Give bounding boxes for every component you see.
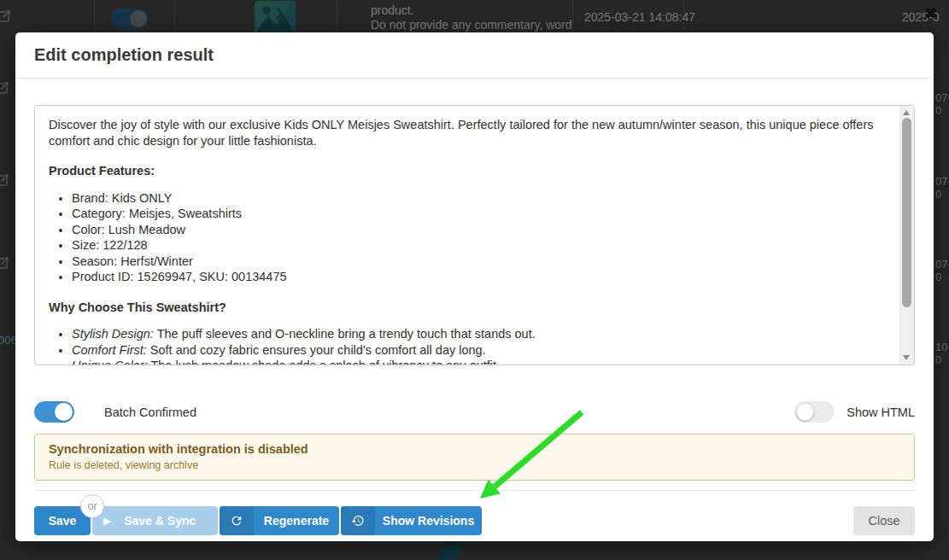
intro-paragraph: Discover the joy of style with our exclu… [49, 117, 880, 149]
show-revisions-button[interactable]: Show Revisions [341, 506, 482, 535]
item-lead: Unique Color: [72, 359, 148, 365]
background-timestamp: 2025-03-21 14:08:47 [584, 10, 695, 25]
scroll-down-arrow-icon[interactable] [903, 355, 910, 360]
scrollbar-thumb[interactable] [902, 118, 911, 307]
show-html-label: Show HTML [846, 405, 915, 419]
edit-icon [0, 256, 9, 270]
completion-editor[interactable]: Discover the joy of style with our exclu… [34, 105, 915, 365]
column-divider [174, 0, 175, 32]
show-html-toggle[interactable] [794, 401, 835, 423]
background-prompt-text: product. Do not provide any commentary, … [371, 3, 572, 32]
item-lead: Comfort First: [72, 343, 147, 357]
background-shape [436, 545, 464, 560]
features-list: Brand: Kids ONLY Category: Meisjes, Swea… [49, 190, 880, 285]
completion-text[interactable]: Discover the joy of style with our exclu… [35, 106, 914, 365]
or-badge: or [80, 494, 104, 518]
divider [34, 490, 915, 491]
toggles-row: Batch Confirmed Show HTML [34, 401, 915, 423]
save-and-sync-button[interactable]: ▶ Save & Sync [92, 506, 218, 535]
features-heading: Product Features: [49, 163, 880, 179]
sync-warning-banner: Synchronization with integration is disa… [34, 434, 915, 481]
list-item: Unique Color: The lush meadow shade adds… [72, 358, 880, 365]
column-divider [572, 0, 573, 32]
edit-icon [0, 81, 9, 95]
modal-footer: Save or ▶ Save & Sync Regenerate Show Re… [34, 506, 915, 535]
why-list: Stylish Design: The puff sleeves and O-n… [49, 326, 880, 365]
refresh-icon [220, 506, 254, 535]
list-item: Product ID: 15269947, SKU: 00134475 [72, 269, 880, 285]
scrollbar[interactable] [899, 106, 914, 365]
scroll-up-arrow-icon[interactable] [903, 110, 910, 115]
edit-icon [0, 173, 9, 187]
item-text: Soft and cozy fabric ensures your child'… [147, 343, 486, 357]
edit-completion-modal: Edit completion result Discover the joy … [15, 32, 934, 541]
item-text: The lush meadow shade adds a splash of v… [148, 359, 500, 365]
column-divider [337, 0, 337, 32]
list-item: Brand: Kids ONLY [72, 190, 880, 207]
background-date-partial: 10-0 [935, 341, 949, 366]
history-icon [341, 506, 375, 535]
modal-body: Discover the joy of style with our exclu… [15, 79, 934, 541]
list-item: Season: Herfst/Winter [72, 254, 880, 270]
warning-title: Synchronization with integration is disa… [49, 442, 900, 456]
save-and-sync-label: Save & Sync [110, 514, 218, 528]
batch-confirmed-toggle[interactable] [34, 401, 74, 423]
image-placeholder-icon [255, 1, 296, 34]
modal-title: Edit completion result [34, 45, 915, 65]
background-toggle [111, 9, 149, 29]
background-date-partial: 07-0 [935, 258, 949, 283]
column-divider [94, 0, 95, 32]
background-id-partial: 006 [0, 333, 17, 347]
close-button[interactable]: Close [853, 506, 915, 535]
background-date-partial: 07-0 [935, 175, 949, 201]
list-item: Size: 122/128 [72, 237, 880, 254]
regenerate-label: Regenerate [254, 514, 339, 528]
background-date-partial: 07-0 [935, 91, 949, 117]
batch-confirmed-label: Batch Confirmed [104, 405, 196, 419]
edit-icon [0, 9, 11, 23]
show-revisions-label: Show Revisions [375, 514, 482, 528]
why-heading: Why Choose This Sweatshirt? [49, 300, 880, 316]
list-item: Stylish Design: The puff sleeves and O-n… [72, 326, 880, 342]
warning-subtitle: Rule is deleted, viewing archive [49, 459, 900, 471]
modal-header: Edit completion result [15, 32, 934, 79]
item-text: The puff sleeves and O-neckline bring a … [154, 327, 536, 341]
item-lead: Stylish Design: [72, 327, 154, 341]
close-icon[interactable]: ✖ [924, 5, 938, 21]
list-item: Color: Lush Meadow [72, 222, 880, 238]
play-icon: ▶ [103, 516, 110, 527]
list-item: Comfort First: Soft and cozy fabric ensu… [72, 342, 880, 359]
list-item: Category: Meisjes, Sweatshirts [72, 206, 880, 222]
regenerate-button[interactable]: Regenerate [220, 506, 339, 535]
